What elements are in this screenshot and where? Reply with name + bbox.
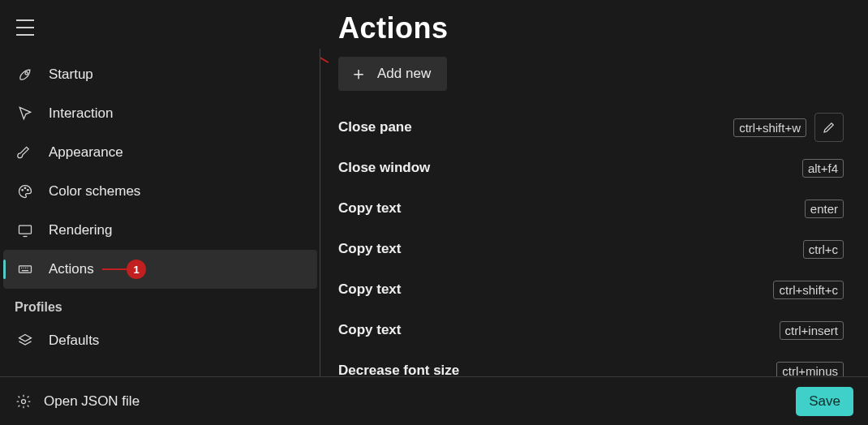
svg-point-3 — [28, 190, 29, 191]
keybinding-chip: ctrl+c — [803, 240, 844, 259]
main-content: Actions 2 ＋ Add new Close panectrl+shift… — [320, 0, 868, 376]
action-name: Copy text — [338, 281, 773, 298]
sidebar-divider — [320, 49, 320, 376]
svg-point-1 — [22, 190, 24, 191]
sidebar-item-defaults[interactable]: Defaults — [0, 321, 320, 360]
open-json-file-button[interactable]: Open JSON file — [15, 393, 140, 410]
action-name: Copy text — [338, 322, 780, 338]
keyboard-icon — [16, 260, 34, 278]
edit-action-button[interactable] — [814, 113, 844, 142]
sidebar-item-rendering[interactable]: Rendering — [0, 211, 320, 250]
annotation-line-1 — [102, 268, 128, 270]
svg-point-6 — [22, 399, 26, 403]
footer-bar: Open JSON file Save — [0, 376, 868, 425]
open-json-file-label: Open JSON file — [44, 393, 140, 410]
action-row[interactable]: Copy textctrl+shift+c — [338, 269, 844, 310]
gear-icon — [15, 393, 32, 410]
brush-icon — [16, 144, 34, 161]
keybinding-chip: ctrl+insert — [780, 321, 844, 340]
cursor-icon — [16, 105, 34, 122]
action-row[interactable]: Copy textenter — [338, 188, 844, 229]
action-name: Decrease font size — [338, 363, 776, 376]
svg-point-0 — [25, 72, 28, 75]
keybinding-chip: ctrl+shift+c — [773, 281, 844, 299]
sidebar-item-label: Appearance — [49, 144, 123, 161]
action-row[interactable]: Close windowalt+f4 — [338, 148, 844, 188]
keybinding-chip: enter — [805, 200, 844, 218]
annotation-line-2 — [320, 52, 329, 63]
monitor-icon — [16, 221, 34, 239]
action-row[interactable]: Close panectrl+shift+w — [338, 107, 844, 148]
sidebar-item-actions[interactable]: Actions 1 — [3, 250, 317, 289]
rocket-icon — [16, 66, 34, 84]
sidebar-item-label: Defaults — [49, 333, 99, 349]
action-row[interactable]: Copy textctrl+c — [338, 229, 844, 269]
action-name: Copy text — [338, 200, 805, 217]
keybinding-chip: ctrl+shift+w — [733, 118, 806, 137]
action-row[interactable]: Decrease font sizectrl+minus — [338, 350, 844, 376]
sidebar-item-label: Actions — [49, 261, 94, 277]
action-row[interactable]: Copy textctrl+insert — [338, 310, 844, 350]
svg-rect-4 — [19, 225, 32, 234]
sidebar-item-label: Startup — [49, 67, 93, 83]
annotation-badge-1: 1 — [127, 260, 146, 279]
svg-rect-5 — [19, 266, 32, 273]
save-button[interactable]: Save — [796, 387, 853, 416]
sidebar-item-startup[interactable]: Startup — [0, 55, 320, 94]
add-new-button[interactable]: ＋ Add new — [338, 57, 447, 91]
sidebar-item-color-schemes[interactable]: Color schemes — [0, 172, 320, 211]
hamburger-menu-button[interactable] — [16, 16, 49, 39]
sidebar-item-label: Rendering — [49, 222, 112, 238]
sidebar-item-appearance[interactable]: Appearance — [0, 133, 320, 172]
palette-icon — [16, 182, 34, 200]
plus-icon: ＋ — [350, 65, 367, 83]
keybinding-chip: ctrl+minus — [776, 362, 844, 377]
action-name: Close window — [338, 160, 802, 176]
sidebar-item-label: Color schemes — [49, 183, 140, 200]
add-new-label: Add new — [377, 66, 431, 82]
sidebar-item-interaction[interactable]: Interaction — [0, 94, 320, 133]
page-title: Actions — [338, 11, 844, 45]
profiles-header: Profiles — [0, 289, 320, 321]
keybinding-chip: alt+f4 — [802, 159, 844, 178]
layers-icon — [16, 332, 34, 350]
pencil-icon — [822, 120, 836, 135]
action-name: Copy text — [338, 241, 803, 257]
sidebar: Startup Interaction Appearance Color sch… — [0, 0, 320, 376]
sidebar-item-label: Interaction — [49, 105, 113, 122]
svg-point-2 — [24, 187, 26, 189]
action-name: Close pane — [338, 119, 733, 135]
